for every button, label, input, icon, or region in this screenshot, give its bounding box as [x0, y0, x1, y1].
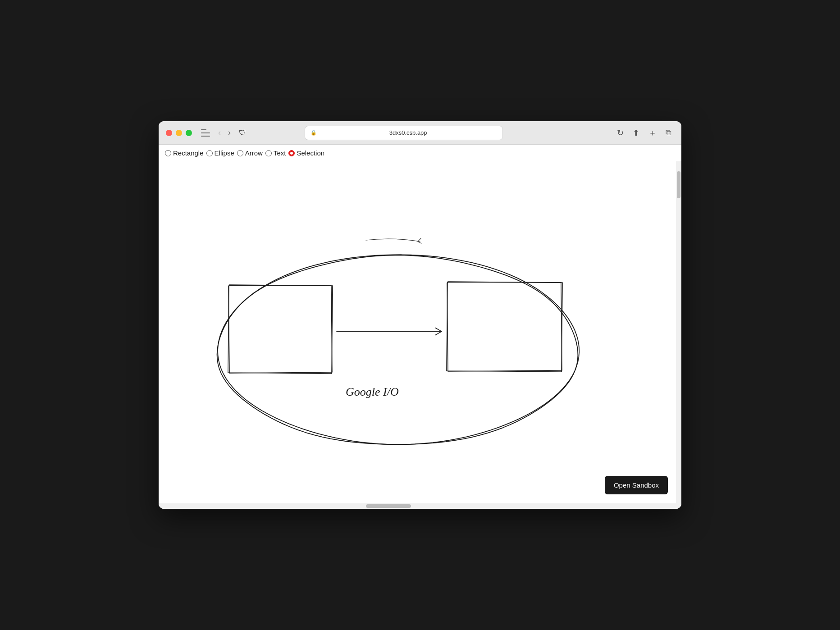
tool-selection[interactable]: Selection: [288, 149, 324, 157]
text-radio[interactable]: [265, 150, 272, 156]
open-sandbox-button[interactable]: Open Sandbox: [605, 476, 668, 494]
forward-button[interactable]: ›: [225, 126, 233, 139]
browser-window: ‹ › 🛡 🔒 3dxs0.csb.app ↻ ⬆ ＋ ⧉ Rectangle …: [159, 121, 681, 509]
drawing-toolbar: Rectangle Ellipse Arrow Text Selection: [159, 145, 681, 161]
toolbar-right: ↻ ⬆ ＋ ⧉: [614, 126, 674, 140]
ellipse-radio[interactable]: [206, 150, 213, 156]
selection-label: Selection: [297, 149, 324, 157]
share-button[interactable]: ⬆: [630, 126, 642, 140]
browser-content: Rectangle Ellipse Arrow Text Selection: [159, 145, 681, 509]
ellipse-label: Ellipse: [215, 149, 234, 157]
tool-text[interactable]: Text: [265, 149, 286, 157]
back-button[interactable]: ‹: [215, 126, 224, 139]
tool-arrow[interactable]: Arrow: [237, 149, 263, 157]
tool-ellipse[interactable]: Ellipse: [206, 149, 234, 157]
scrollbar-thumb-right[interactable]: [677, 171, 680, 198]
close-button[interactable]: [166, 130, 172, 136]
arrow-label: Arrow: [245, 149, 263, 157]
lock-icon: 🔒: [310, 130, 317, 136]
drawing-canvas[interactable]: [159, 161, 676, 503]
scrollbar-bottom[interactable]: [159, 503, 676, 509]
scrollbar-right[interactable]: [676, 161, 681, 509]
rectangle-label: Rectangle: [173, 149, 204, 157]
text-label: Text: [274, 149, 286, 157]
maximize-button[interactable]: [186, 130, 192, 136]
arrow-radio[interactable]: [237, 150, 243, 156]
traffic-lights: [166, 130, 192, 136]
nav-buttons: ‹ ›: [215, 126, 233, 139]
tool-rectangle[interactable]: Rectangle: [165, 149, 204, 157]
new-tab-button[interactable]: ＋: [646, 126, 659, 140]
scrollbar-thumb-bottom[interactable]: [366, 504, 411, 508]
address-bar[interactable]: 🔒 3dxs0.csb.app: [305, 126, 503, 140]
canvas-area[interactable]: Open Sandbox: [159, 161, 681, 509]
shield-icon: 🛡: [239, 129, 246, 137]
sidebar-toggle-button[interactable]: [201, 129, 210, 137]
reload-button[interactable]: ↻: [614, 126, 626, 140]
rectangle-radio[interactable]: [165, 150, 171, 156]
minimize-button[interactable]: [176, 130, 182, 136]
title-bar: ‹ › 🛡 🔒 3dxs0.csb.app ↻ ⬆ ＋ ⧉: [159, 121, 681, 145]
tabs-button[interactable]: ⧉: [663, 126, 674, 139]
selection-radio[interactable]: [288, 150, 295, 156]
url-text: 3dxs0.csb.app: [320, 129, 497, 136]
